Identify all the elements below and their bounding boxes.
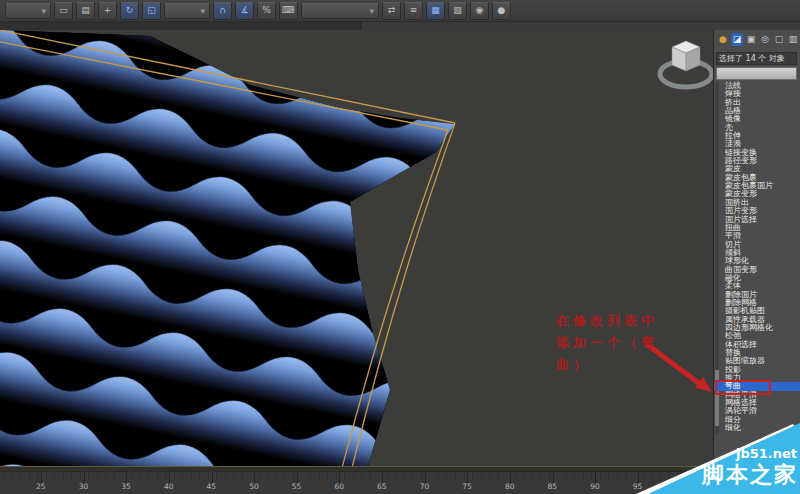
select-by-name-icon[interactable]: ▤	[76, 2, 95, 20]
application-window: ▾▭▤+↻◱▾∩∡%⌨▾⇄≡▦▧◉●	[0, 0, 800, 494]
motion-tab-icon[interactable]: ◎	[759, 33, 771, 46]
tick-label: 75	[446, 482, 489, 491]
tick-label: 40	[147, 482, 190, 491]
select-and-move-icon[interactable]: +	[98, 2, 117, 20]
tick-label: 85	[531, 482, 574, 491]
modifier-list: 法线焊接挤出晶格镜像壳拉伸涟漪链接变换路径变形蒙皮蒙皮包裹蒙皮包裹面片蒙皮变形面…	[714, 82, 800, 432]
select-and-rotate-icon[interactable]: ↻	[120, 2, 139, 20]
select-object-icon[interactable]: ▭	[54, 2, 73, 20]
command-panel-tabs: ●◪▣◎▢▥	[717, 32, 799, 47]
tick-label: 30	[62, 482, 105, 491]
annotation-text: 在修改列表中 添加一个（弯 曲）	[556, 310, 686, 376]
material-editor-icon[interactable]: ◉	[470, 2, 489, 20]
tick-label: 25	[20, 482, 63, 491]
graph-editors-icon[interactable]: ▧	[448, 2, 467, 20]
render-setup-icon[interactable]: ●	[492, 2, 511, 20]
selection-filter-dropdown[interactable]: ▾	[5, 3, 51, 19]
tick-label: 80	[488, 482, 531, 491]
create-tab-icon[interactable]: ●	[717, 33, 729, 46]
main-toolbar: ▾▭▤+↻◱▾∩∡%⌨▾⇄≡▦▧◉●	[0, 0, 800, 22]
timeline-ruler[interactable]: 253035404550556065707580859095	[0, 471, 713, 494]
tick-label: 60	[318, 482, 361, 491]
select-and-scale-icon[interactable]: ◱	[142, 2, 161, 20]
layer-manager-icon[interactable]: ▦	[426, 2, 445, 20]
toolbar-lower-strip	[0, 22, 800, 30]
annotation-line: 在修改列表中	[556, 310, 686, 332]
viewport-canvas[interactable]	[0, 30, 713, 466]
annotation-line: 曲）	[556, 354, 686, 376]
snap-toggle-icon[interactable]: ∩	[213, 2, 232, 20]
tick-label: 70	[403, 482, 446, 491]
modifier-list-dropdown[interactable]	[716, 67, 797, 80]
wave-object	[0, 30, 713, 466]
tick-label: 65	[361, 482, 404, 491]
utilities-tab-icon[interactable]: ▥	[787, 33, 799, 46]
command-panel: ●◪▣◎▢▥ 选择了 14 个 对象 法线焊接挤出晶格镜像壳拉伸涟漪链接变换路径…	[713, 30, 800, 494]
tick-label: 45	[190, 482, 233, 491]
tick-label: 95	[616, 482, 659, 491]
mirror-icon[interactable]: ⇄	[382, 2, 401, 20]
tick-label: 50	[233, 482, 276, 491]
viewport[interactable]: 在修改列表中 添加一个（弯 曲）	[0, 30, 713, 466]
annotation-line: 添加一个（弯	[556, 332, 686, 354]
percent-snap-icon[interactable]: %	[257, 2, 276, 20]
keyboard-override-icon[interactable]: ⌨	[279, 2, 298, 20]
viewcube[interactable]	[660, 41, 712, 87]
named-selection-dropdown[interactable]: ▾	[301, 3, 379, 19]
reference-coordinate-dropdown[interactable]: ▾	[164, 3, 210, 19]
timeline-tick-labels: 253035404550556065707580859095	[0, 482, 713, 491]
tick-label: 90	[574, 482, 617, 491]
modifier-item[interactable]: 细化	[714, 424, 800, 432]
modify-tab-icon[interactable]: ◪	[731, 33, 743, 46]
align-icon[interactable]: ≡	[404, 2, 423, 20]
display-tab-icon[interactable]: ▢	[773, 33, 785, 46]
selection-status: 选择了 14 个 对象	[716, 52, 797, 65]
tick-label: 35	[105, 482, 148, 491]
hierarchy-tab-icon[interactable]: ▣	[745, 33, 757, 46]
angle-snap-icon[interactable]: ∡	[235, 2, 254, 20]
tick-label: 55	[275, 482, 318, 491]
